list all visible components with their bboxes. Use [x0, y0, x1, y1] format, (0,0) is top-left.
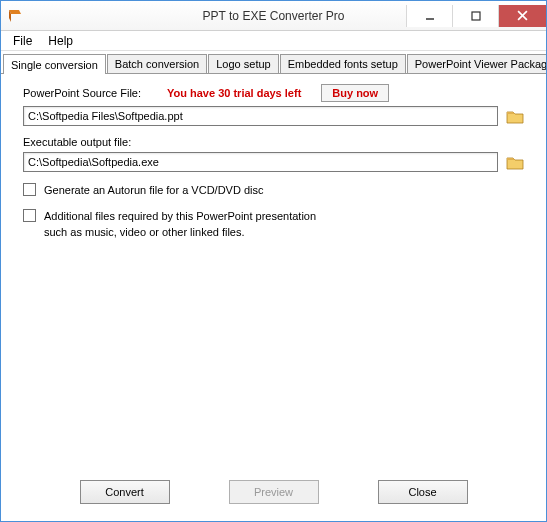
bottom-button-bar: Convert Preview Close [0, 480, 547, 504]
maximize-button[interactable] [452, 5, 498, 27]
app-icon [7, 8, 23, 24]
titlebar: PPT to EXE Converter Pro [1, 1, 546, 31]
tab-embedded-fonts[interactable]: Embedded fonts setup [280, 54, 406, 73]
output-file-input[interactable] [23, 152, 498, 172]
browse-output-icon[interactable] [506, 154, 524, 170]
tab-single-conversion[interactable]: Single conversion [3, 54, 106, 74]
menubar: File Help [1, 31, 546, 51]
tab-viewer-package[interactable]: PowerPoint Viewer Package [407, 54, 547, 73]
tab-batch-conversion[interactable]: Batch conversion [107, 54, 207, 73]
close-button[interactable]: Close [378, 480, 468, 504]
buy-now-button[interactable]: Buy now [321, 84, 389, 102]
output-file-label: Executable output file: [23, 136, 131, 148]
tab-logo-setup[interactable]: Logo setup [208, 54, 278, 73]
tabbar: Single conversion Batch conversion Logo … [1, 51, 546, 74]
source-file-input[interactable] [23, 106, 498, 126]
source-file-label: PowerPoint Source File: [23, 87, 141, 99]
svg-rect-1 [472, 12, 480, 20]
menu-file[interactable]: File [5, 32, 40, 50]
menu-help[interactable]: Help [40, 32, 81, 50]
trial-notice: You have 30 trial days left [167, 87, 301, 99]
close-window-button[interactable] [498, 5, 546, 27]
minimize-button[interactable] [406, 5, 452, 27]
browse-source-icon[interactable] [506, 108, 524, 124]
preview-button: Preview [229, 480, 319, 504]
additional-files-checkbox[interactable] [23, 209, 36, 222]
window-controls [406, 5, 546, 27]
autorun-label: Generate an Autorun file for a VCD/DVD d… [44, 182, 264, 198]
additional-files-label: Additional files required by this PowerP… [44, 208, 316, 240]
autorun-checkbox[interactable] [23, 183, 36, 196]
convert-button[interactable]: Convert [80, 480, 170, 504]
tab-content: PowerPoint Source File: You have 30 tria… [1, 74, 546, 256]
